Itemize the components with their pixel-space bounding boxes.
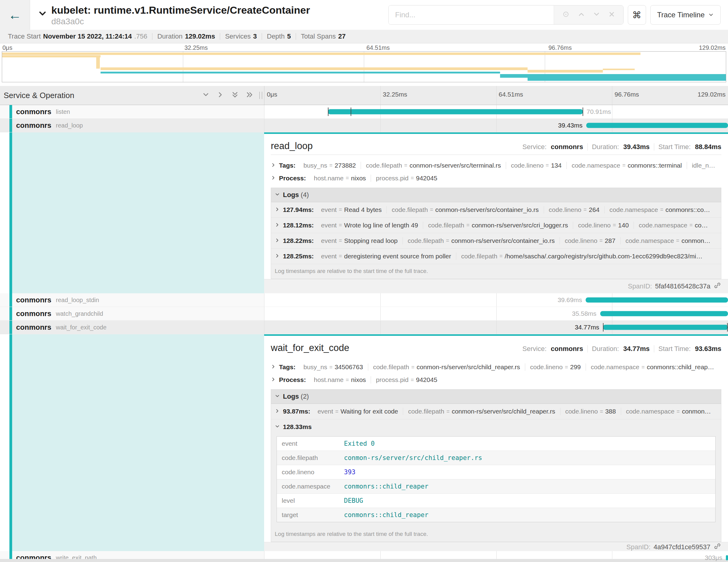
span-bar-read-loop[interactable] bbox=[586, 123, 728, 128]
log-time: 127.94ms: bbox=[283, 206, 314, 213]
next-match-icon[interactable] bbox=[593, 11, 600, 19]
span-row-wait-for-exit-code-name[interactable]: conmonrs wait_for_exit_code bbox=[0, 321, 264, 334]
copy-link-icon[interactable] bbox=[713, 542, 721, 552]
minimap-canvas[interactable] bbox=[2, 51, 726, 82]
minimap-tick-1: 32.25ms bbox=[185, 44, 208, 51]
back-button[interactable]: ← bbox=[0, 0, 30, 30]
span-row-listen: conmonrs listen 70.91ms bbox=[0, 105, 728, 119]
chevron-right-icon bbox=[271, 363, 276, 371]
chevron-right-icon bbox=[275, 237, 280, 244]
find-input[interactable] bbox=[389, 5, 554, 24]
span-detail-wait-for-exit-code: wait_for_exit_code Service:conmonrs Dura… bbox=[0, 334, 728, 551]
service-operation-header: Service & Operation bbox=[0, 91, 202, 100]
tags-row[interactable]: Tags: busy_ns273882 code.filepathconmon-… bbox=[264, 159, 728, 172]
log-time: 128.12ms: bbox=[283, 222, 314, 229]
duration-label: Duration: bbox=[592, 143, 619, 151]
span-row-read-loop: conmonrs read_loop 39.43ms bbox=[0, 119, 728, 132]
log-row[interactable]: 128.12ms: eventWrote log line of length … bbox=[271, 218, 721, 233]
depth-guide bbox=[9, 293, 12, 307]
span-row-watch-grandchild: conmonrs watch_grandchild 35.58ms bbox=[0, 307, 728, 321]
logs-header[interactable]: Logs (4) bbox=[271, 188, 721, 202]
log-fields-table: event Exited 0 code.filepath conmon-rs/s… bbox=[277, 436, 716, 522]
tags-label: Tags: bbox=[279, 162, 295, 169]
services-value: 3 bbox=[253, 32, 257, 40]
chevron-right-icon bbox=[271, 376, 276, 383]
ruler-tick-2: 64.51ms bbox=[499, 91, 523, 98]
chevron-down-icon bbox=[708, 12, 714, 18]
log-row[interactable]: 127.94ms: eventRead 4 bytes code.filepat… bbox=[271, 202, 721, 218]
depth-value: 5 bbox=[287, 32, 291, 40]
ruler-tick-1: 32.25ms bbox=[383, 91, 407, 98]
span-row-read-loop-name[interactable]: conmonrs read_loop bbox=[0, 119, 264, 132]
expand-all-icon[interactable] bbox=[246, 91, 253, 100]
collapse-all-icon[interactable] bbox=[231, 91, 239, 100]
tags-row[interactable]: Tags: busy_ns34506763 code.filepathconmo… bbox=[264, 361, 728, 373]
find-group bbox=[388, 5, 624, 25]
log-row[interactable]: 128.22ms: eventStopping read loop code.f… bbox=[271, 233, 721, 249]
span-bar-write-exit-path[interactable] bbox=[726, 555, 728, 560]
process-row[interactable]: Process: host.namenixos process.pid94204… bbox=[264, 172, 728, 185]
start-time-label: Start Time: bbox=[658, 345, 691, 353]
total-spans-label: Total Spans bbox=[301, 32, 336, 40]
chevron-right-icon bbox=[271, 175, 276, 182]
depth-guide bbox=[9, 334, 12, 551]
span-duration-label: 39.43ms bbox=[558, 122, 586, 129]
prev-match-icon[interactable] bbox=[578, 11, 585, 19]
collapse-one-icon[interactable] bbox=[202, 91, 209, 100]
log-row[interactable]: 93.87ms: eventWaiting for exit code code… bbox=[271, 404, 721, 419]
logs-count: (4) bbox=[301, 191, 309, 199]
span-duration-label: 70.91ms bbox=[583, 108, 611, 115]
span-bar-wait-for-exit-code[interactable] bbox=[603, 325, 728, 330]
trace-timeline-page: ← kubelet: runtime.v1.RuntimeService/Cre… bbox=[0, 0, 728, 562]
span-bar-listen[interactable] bbox=[328, 109, 583, 114]
table-row: code.lineno 393 bbox=[277, 465, 715, 479]
process-row[interactable]: Process: host.namenixos process.pid94204… bbox=[264, 373, 728, 386]
log-time: 128.22ms: bbox=[283, 237, 314, 244]
span-detail-read-loop: read_loop Service:conmonrs Duration:39.4… bbox=[0, 132, 728, 293]
focus-match-icon[interactable] bbox=[562, 10, 570, 19]
span-row-listen-name[interactable]: conmonrs listen bbox=[0, 105, 264, 119]
service-value: conmonrs bbox=[551, 143, 583, 151]
log-row[interactable]: 128.25ms: eventderegistering event sourc… bbox=[271, 249, 721, 264]
span-duration-label: 303μs bbox=[705, 554, 726, 561]
span-row-watch-grandchild-track: 35.58ms bbox=[264, 307, 728, 321]
trace-start-fraction: .756 bbox=[134, 32, 147, 40]
start-time-value: 93.63ms bbox=[695, 345, 721, 353]
span-row-read-loop-stdin-track: 39.69ms bbox=[264, 293, 728, 307]
start-time-label: Start Time: bbox=[658, 143, 691, 151]
logs-label: Logs bbox=[283, 393, 299, 400]
clear-search-icon[interactable] bbox=[608, 11, 615, 19]
span-row-wait-for-exit-code: conmonrs wait_for_exit_code 34.77ms bbox=[0, 321, 728, 334]
logs-section: Logs (2) 93.87ms: eventWaiting for exit … bbox=[271, 389, 721, 542]
minimap-spans-graphic bbox=[2, 52, 726, 82]
trace-title-collapse-chevron-icon[interactable] bbox=[38, 9, 47, 19]
service-name: conmonrs bbox=[16, 323, 51, 332]
minimap-ruler: 0μs 32.25ms 64.51ms 96.76ms 129.02ms bbox=[0, 43, 728, 51]
find-tools bbox=[554, 5, 623, 24]
chevron-down-icon bbox=[275, 191, 280, 199]
minimap-tick-2: 64.51ms bbox=[366, 44, 390, 51]
log-time: 93.87ms: bbox=[283, 408, 310, 415]
operation-name: wait_for_exit_code bbox=[56, 324, 107, 331]
span-bar-read-loop-stdin[interactable] bbox=[586, 298, 728, 303]
keyboard-shortcuts-button[interactable]: ⌘ bbox=[628, 5, 646, 25]
log-row-expanded[interactable]: 128.33ms bbox=[271, 419, 721, 434]
timeline-ruler: 0μs 32.25ms 64.51ms 96.76ms 129.02ms bbox=[264, 86, 728, 105]
depth-guide bbox=[9, 105, 12, 118]
view-selector-button[interactable]: Trace Timeline bbox=[650, 5, 721, 25]
copy-link-icon[interactable] bbox=[713, 281, 721, 291]
duration-label: Duration bbox=[157, 32, 182, 40]
span-bar-watch-grandchild[interactable] bbox=[600, 311, 728, 316]
span-row-read-loop-stdin-name[interactable]: conmonrs read_loop_stdin bbox=[0, 293, 264, 307]
trace-start-value: November 15 2022, 11:24:14 bbox=[43, 32, 132, 40]
column-resizer-handle[interactable] bbox=[259, 92, 262, 99]
ruler-tick-3: 96.76ms bbox=[614, 91, 639, 98]
span-row-watch-grandchild-name[interactable]: conmonrs watch_grandchild bbox=[0, 307, 264, 321]
expand-one-icon[interactable] bbox=[217, 91, 224, 100]
bottom-scroll-strip[interactable] bbox=[0, 559, 728, 562]
logs-header[interactable]: Logs (2) bbox=[271, 390, 721, 404]
chevron-right-icon bbox=[271, 162, 276, 169]
spanid-row: SpanID: 5faf48165428c37a bbox=[264, 279, 728, 293]
span-duration-label: 34.77ms bbox=[575, 324, 603, 331]
service-name: conmonrs bbox=[16, 107, 51, 116]
